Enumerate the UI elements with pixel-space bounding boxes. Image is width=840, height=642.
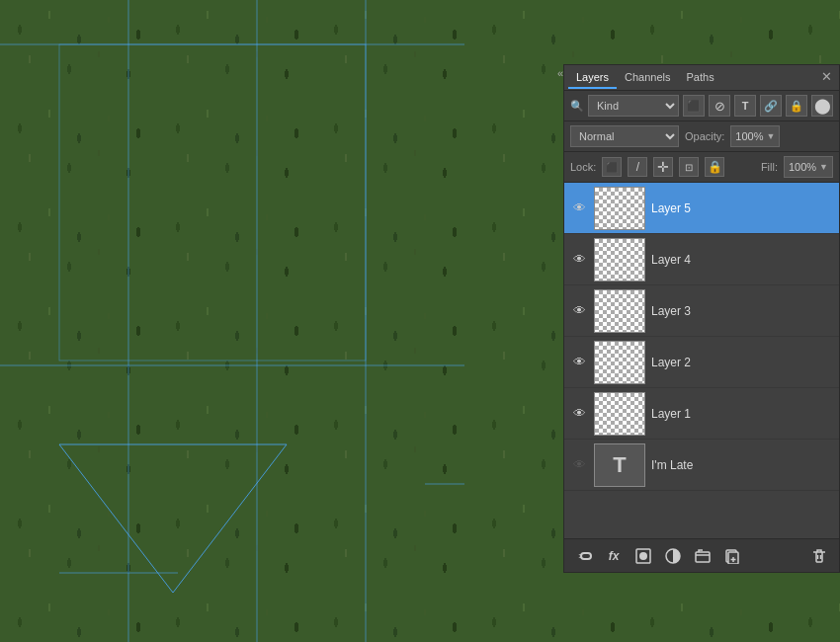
- filter-search-icon: 🔍: [570, 100, 584, 113]
- layers-list: 👁 Layer 5 👁 Layer 4 👁 Layer 3 👁: [564, 183, 839, 538]
- filter-type-btn[interactable]: T: [734, 95, 756, 117]
- link-layers-btn[interactable]: [572, 544, 596, 568]
- lock-pixels-btn[interactable]: ⬛: [602, 157, 622, 177]
- filter-shape-btn[interactable]: 🔗: [760, 95, 782, 117]
- panel-tabs-bar: Layers Channels Paths ≡: [564, 65, 839, 91]
- add-mask-btn[interactable]: [631, 544, 655, 568]
- text-layer-item[interactable]: 👁 T I'm Late: [564, 440, 839, 491]
- layers-panel: Layers Channels Paths ≡ 🔍 Kind ⬛ ⊘ T 🔗 🔒…: [563, 64, 840, 573]
- lock-position-btn[interactable]: /: [628, 157, 647, 177]
- layer-thumbnail: [594, 341, 645, 384]
- layer-item[interactable]: 👁 Layer 1: [564, 388, 839, 440]
- layer-effects-btn[interactable]: fx: [602, 544, 626, 568]
- lock-artboard-btn[interactable]: ⊡: [679, 157, 699, 177]
- layer-thumbnail: [594, 289, 645, 333]
- tab-paths[interactable]: Paths: [679, 67, 722, 89]
- layer-visibility-toggle[interactable]: 👁: [570, 251, 588, 269]
- layer-thumbnail: [594, 187, 645, 230]
- layer-item[interactable]: 👁 Layer 5: [564, 183, 839, 234]
- layer-name: Layer 5: [651, 201, 833, 215]
- lock-transform-btn[interactable]: ✛: [653, 157, 673, 177]
- filter-row: 🔍 Kind ⬛ ⊘ T 🔗 🔒 ⬤: [564, 91, 839, 121]
- layer-thumbnail: [594, 392, 645, 436]
- blend-opacity-row: Normal Dissolve Multiply Screen Overlay …: [564, 121, 839, 152]
- filter-color-btn[interactable]: ⬤: [811, 95, 833, 117]
- delete-layer-btn[interactable]: [807, 544, 831, 568]
- layer-visibility-toggle[interactable]: 👁: [570, 456, 588, 474]
- opacity-input[interactable]: 100% ▼: [730, 125, 780, 147]
- layer-name: Layer 3: [651, 304, 833, 318]
- tab-channels[interactable]: Channels: [617, 67, 678, 89]
- lock-label: Lock:: [570, 161, 596, 173]
- layer-item[interactable]: 👁 Layer 4: [564, 234, 839, 285]
- tab-layers[interactable]: Layers: [568, 67, 617, 89]
- layer-visibility-toggle[interactable]: 👁: [570, 302, 588, 320]
- filter-kind-select[interactable]: Kind: [588, 95, 679, 117]
- layer-visibility-toggle[interactable]: 👁: [570, 200, 588, 217]
- layer-name: Layer 2: [651, 356, 833, 369]
- fill-label: Fill:: [761, 161, 778, 173]
- layer-name: Layer 4: [651, 253, 833, 267]
- new-group-btn[interactable]: [691, 544, 714, 568]
- layer-name: Layer 1: [651, 407, 833, 421]
- lock-row: Lock: ⬛ / ✛ ⊡ 🔒 Fill: 100% ▼: [564, 152, 839, 183]
- text-layer-icon: T: [594, 443, 645, 487]
- lock-all-btn[interactable]: 🔒: [705, 157, 724, 177]
- filter-smartobject-btn[interactable]: 🔒: [786, 95, 807, 117]
- filter-pixel-btn[interactable]: ⬛: [683, 95, 705, 117]
- panel-close-button[interactable]: ✕: [817, 67, 836, 86]
- add-adjustment-btn[interactable]: [661, 544, 685, 568]
- svg-rect-5: [59, 44, 366, 361]
- layer-item[interactable]: 👁 Layer 2: [564, 337, 839, 388]
- layer-thumbnail: [594, 238, 645, 281]
- blend-mode-select[interactable]: Normal Dissolve Multiply Screen Overlay: [570, 125, 679, 147]
- canvas-selection-lines: [0, 0, 464, 642]
- fill-input[interactable]: 100% ▼: [784, 156, 833, 178]
- panel-toolbar: fx: [564, 538, 839, 572]
- opacity-label: Opacity:: [685, 130, 724, 142]
- layer-name: I'm Late: [651, 458, 833, 472]
- layer-visibility-toggle[interactable]: 👁: [570, 354, 588, 371]
- new-layer-btn[interactable]: [720, 544, 744, 568]
- svg-point-9: [639, 552, 647, 560]
- filter-adjustment-btn[interactable]: ⊘: [709, 95, 730, 117]
- svg-rect-11: [696, 552, 710, 562]
- layer-item[interactable]: 👁 Layer 3: [564, 285, 839, 337]
- layer-visibility-toggle[interactable]: 👁: [570, 405, 588, 423]
